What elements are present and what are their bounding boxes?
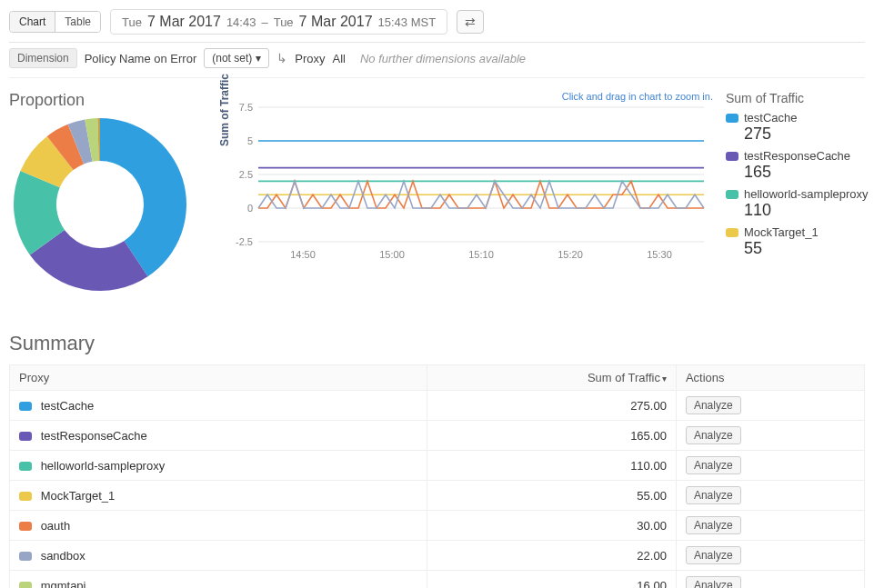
proxy-cell: helloworld-sampleproxy — [10, 451, 427, 481]
proportion-box: Proportion — [9, 91, 209, 295]
date-range-picker[interactable]: Tue 7 Mar 2017 14:43 – Tue 7 Mar 2017 15… — [110, 9, 447, 35]
legend-item[interactable]: MockTarget_1 55 — [726, 225, 874, 258]
step-arrow-icon: ↳ — [276, 51, 287, 65]
col-proxy[interactable]: Proxy — [10, 365, 427, 391]
analyze-button[interactable]: Analyze — [686, 486, 741, 504]
row-swatch-icon — [19, 582, 32, 588]
legend-swatch-icon — [726, 114, 738, 123]
date-from-day: Tue — [122, 15, 142, 29]
line-chart[interactable]: -2.502.557.514:5015:0015:1015:2015:30 — [222, 91, 713, 264]
actions-cell: Analyze — [676, 511, 864, 541]
proxy-name: mgmtapi — [41, 579, 86, 589]
dimension-dropdown[interactable]: (not set) ▾ — [204, 48, 269, 68]
analyze-button[interactable]: Analyze — [686, 546, 741, 564]
actions-cell: Analyze — [676, 481, 864, 511]
sum-cell: 55.00 — [427, 481, 677, 511]
svg-text:14:50: 14:50 — [290, 249, 316, 260]
svg-text:2.5: 2.5 — [239, 169, 253, 180]
sort-desc-icon: ▾ — [662, 374, 667, 384]
table-row: testCache 275.00 Analyze — [10, 391, 865, 421]
proxy-name: helloworld-sampleproxy — [41, 459, 166, 473]
donut-chart[interactable] — [9, 114, 191, 295]
dimension-bar: Dimension Policy Name on Error (not set)… — [9, 43, 865, 78]
dimension-label: Dimension — [9, 48, 77, 68]
dimension-dropdown-value: (not set) — [212, 52, 252, 65]
svg-text:15:10: 15:10 — [468, 249, 494, 260]
chart-region: Proportion Click and drag in chart to zo… — [9, 91, 865, 295]
dimension-all-text: All — [333, 52, 346, 65]
date-to-day: Tue — [274, 15, 294, 29]
summary-section: Summary Proxy Sum of Traffic▾ Actions te… — [9, 332, 865, 588]
analyze-button[interactable]: Analyze — [686, 396, 741, 414]
table-row: MockTarget_1 55.00 Analyze — [10, 481, 865, 511]
top-toolbar: Chart Table Tue 7 Mar 2017 14:43 – Tue 7… — [9, 9, 865, 43]
row-swatch-icon — [19, 492, 32, 501]
analyze-button[interactable]: Analyze — [686, 516, 741, 534]
actions-cell: Analyze — [676, 391, 864, 421]
row-swatch-icon — [19, 402, 32, 411]
col-actions: Actions — [676, 365, 864, 391]
row-swatch-icon — [19, 552, 32, 561]
date-from-main: 7 Mar 2017 — [147, 14, 221, 30]
zoom-hint: Click and drag in chart to zoom in. — [562, 91, 713, 102]
col-sum[interactable]: Sum of Traffic▾ — [427, 365, 677, 391]
date-to-main: 7 Mar 2017 — [299, 14, 373, 30]
svg-text:0: 0 — [247, 203, 253, 214]
sum-cell: 110.00 — [427, 451, 677, 481]
row-swatch-icon — [19, 462, 32, 471]
svg-text:-2.5: -2.5 — [236, 236, 253, 247]
tab-table[interactable]: Table — [55, 12, 100, 32]
refresh-icon: ⇄ — [465, 15, 476, 29]
sum-cell: 275.00 — [427, 391, 677, 421]
table-row: sandbox 22.00 Analyze — [10, 541, 865, 571]
tab-chart[interactable]: Chart — [10, 12, 55, 32]
analyze-button[interactable]: Analyze — [686, 426, 741, 444]
table-row: helloworld-sampleproxy 110.00 Analyze — [10, 451, 865, 481]
legend-value: 165 — [744, 163, 874, 182]
legend-value: 55 — [744, 239, 874, 258]
proxy-cell: testResponseCache — [10, 421, 427, 451]
dimension-policy-text: Policy Name on Error — [85, 52, 197, 65]
refresh-button[interactable]: ⇄ — [457, 10, 484, 34]
legend-item[interactable]: testCache 275 — [726, 111, 874, 144]
legend-label: testResponseCache — [744, 149, 850, 163]
y-axis-label: Sum of Traffic — [218, 73, 231, 145]
date-sep: – — [261, 15, 267, 29]
summary-title: Summary — [9, 332, 865, 355]
legend-item[interactable]: testResponseCache 165 — [726, 149, 874, 182]
proxy-cell: oauth — [10, 511, 427, 541]
proxy-name: testCache — [41, 399, 95, 413]
sum-cell: 22.00 — [427, 541, 677, 571]
legend-item[interactable]: helloworld-sampleproxy 110 — [726, 187, 874, 220]
actions-cell: Analyze — [676, 451, 864, 481]
summary-table: Proxy Sum of Traffic▾ Actions testCache … — [9, 364, 865, 588]
row-swatch-icon — [19, 522, 32, 531]
date-to-time: 15:43 MST — [378, 15, 437, 29]
sum-cell: 165.00 — [427, 421, 677, 451]
sum-cell: 30.00 — [427, 511, 677, 541]
svg-text:15:30: 15:30 — [647, 249, 672, 260]
row-swatch-icon — [19, 432, 32, 441]
legend-swatch-icon — [726, 190, 738, 199]
proxy-cell: MockTarget_1 — [10, 481, 427, 511]
legend-value: 275 — [744, 125, 874, 144]
table-row: testResponseCache 165.00 Analyze — [10, 421, 865, 451]
legend-label: helloworld-sampleproxy — [744, 187, 869, 201]
legend-value: 110 — [744, 201, 874, 220]
date-from-time: 14:43 — [226, 15, 256, 29]
line-chart-box: Click and drag in chart to zoom in. Sum … — [222, 91, 713, 266]
svg-text:5: 5 — [247, 135, 253, 146]
analyze-button[interactable]: Analyze — [686, 456, 741, 474]
actions-cell: Analyze — [676, 541, 864, 571]
actions-cell: Analyze — [676, 421, 864, 451]
legend-swatch-icon — [726, 152, 738, 161]
legend-title: Sum of Traffic — [726, 91, 874, 105]
proxy-name: oauth — [41, 519, 71, 533]
sum-cell: 16.00 — [427, 571, 677, 589]
svg-text:15:00: 15:00 — [379, 249, 405, 260]
legend-label: MockTarget_1 — [744, 225, 819, 239]
analyze-button[interactable]: Analyze — [686, 576, 741, 588]
svg-text:7.5: 7.5 — [239, 102, 253, 113]
table-row: oauth 30.00 Analyze — [10, 511, 865, 541]
svg-text:15:20: 15:20 — [558, 249, 583, 260]
